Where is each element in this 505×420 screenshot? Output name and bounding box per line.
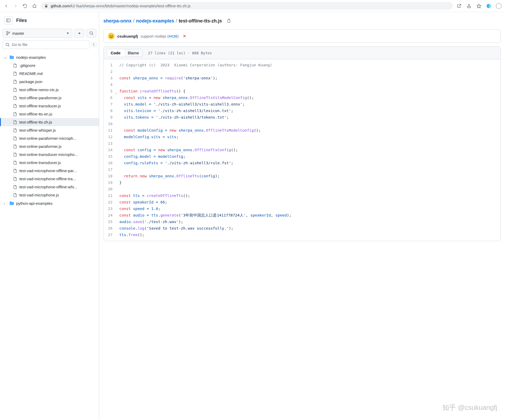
- file-icon: [13, 185, 17, 189]
- line-number[interactable]: 18: [108, 173, 116, 179]
- tree-file[interactable]: README.md: [0, 69, 99, 78]
- tree-file[interactable]: test-offline-transducer.js: [0, 102, 99, 110]
- copy-path-button[interactable]: [225, 17, 232, 25]
- back-button[interactable]: [3, 3, 9, 9]
- tree-file[interactable]: test-online-transducer.js: [0, 159, 99, 167]
- pr-link[interactable]: #438: [169, 34, 177, 38]
- profile-icon[interactable]: [496, 3, 502, 9]
- line-number[interactable]: 7: [108, 101, 116, 108]
- file-meta: 27 lines (21 loc) · 888 Bytes: [148, 51, 212, 55]
- file-icon: [13, 104, 17, 108]
- tree-file[interactable]: test-offline-paraformer.js: [0, 94, 99, 102]
- code-line: [119, 140, 496, 147]
- line-number[interactable]: 20: [108, 186, 116, 192]
- blame-tab[interactable]: Blame: [124, 49, 143, 57]
- line-number[interactable]: 24: [108, 212, 116, 219]
- line-number[interactable]: 8: [108, 108, 116, 114]
- line-number[interactable]: 11: [108, 127, 116, 134]
- line-number[interactable]: 26: [108, 225, 116, 232]
- code-toolbar: Code Blame 27 lines (21 loc) · 888 Bytes: [104, 47, 501, 59]
- code-line: config.model = modelConfig;: [119, 153, 496, 160]
- line-number[interactable]: 10: [108, 121, 116, 127]
- open-external-icon[interactable]: [456, 3, 462, 9]
- line-number[interactable]: 4: [108, 81, 116, 88]
- line-number[interactable]: 23: [108, 206, 116, 212]
- code-tab[interactable]: Code: [107, 49, 124, 57]
- svg-line-12: [8, 45, 9, 46]
- line-number[interactable]: 9: [108, 114, 116, 121]
- forward-button[interactable]: [13, 3, 19, 9]
- avatar[interactable]: 😆: [108, 33, 115, 39]
- tree-folder-open[interactable]: ⌄nodejs-examples: [0, 53, 99, 61]
- file-label: test-vad-microphone-offline-par...: [19, 168, 77, 173]
- line-number[interactable]: 21: [108, 192, 116, 199]
- line-number[interactable]: 5⌄: [108, 88, 116, 95]
- line-number[interactable]: 15: [108, 153, 116, 160]
- line-number[interactable]: 14: [108, 147, 116, 153]
- add-file-button[interactable]: ＋: [74, 29, 84, 38]
- file-label: test-online-transducer-micropho...: [19, 152, 78, 157]
- file-icon: [13, 88, 17, 92]
- commit-message[interactable]: support nodejs (#438): [140, 34, 179, 38]
- go-to-file-input[interactable]: Go to file: [3, 40, 89, 49]
- file-label: test-vad-microphone-offline-tra...: [19, 177, 76, 181]
- line-number[interactable]: 19: [108, 179, 116, 186]
- extension-icon[interactable]: [486, 3, 492, 9]
- tree-file[interactable]: test-online-transducer-micropho...: [0, 150, 99, 159]
- line-number[interactable]: 12: [108, 134, 116, 140]
- tree-file[interactable]: test-offline-whisper.js: [0, 126, 99, 134]
- breadcrumb-dir[interactable]: nodejs-examples: [136, 18, 174, 24]
- line-number[interactable]: 1: [108, 62, 116, 68]
- tree-file[interactable]: test-offline-tts-zh.js: [0, 118, 99, 126]
- code-content[interactable]: // Copyright (c) 2023 Xiaomi Corporation…: [118, 59, 501, 241]
- code-line: [119, 121, 496, 127]
- tree-folder-closed[interactable]: ›python-api-examples: [0, 199, 99, 207]
- file-icon: [13, 128, 17, 132]
- line-number[interactable]: 22: [108, 199, 116, 206]
- share-icon[interactable]: [466, 3, 472, 9]
- code-line: }: [119, 179, 496, 186]
- line-number[interactable]: 17: [108, 166, 116, 173]
- line-number[interactable]: 3: [108, 75, 116, 81]
- branch-selector[interactable]: master ▾: [3, 29, 72, 38]
- tree-file[interactable]: test-offline-tts-en.js: [0, 110, 99, 118]
- file-icon: [13, 193, 17, 197]
- tree-file[interactable]: test-vad-microphone-offline-tra...: [0, 175, 99, 183]
- line-number[interactable]: 16: [108, 160, 116, 166]
- code-line: vits.tokens = './vits-zh-aishell3/tokens…: [119, 114, 496, 121]
- caret-down-icon: ▾: [67, 31, 69, 36]
- reload-button[interactable]: [22, 3, 28, 9]
- tree-file[interactable]: test-online-paraformer-microph...: [0, 134, 99, 142]
- line-number[interactable]: 27: [108, 232, 116, 238]
- breadcrumb-repo[interactable]: sherpa-onnx: [103, 18, 132, 24]
- star-icon[interactable]: [476, 3, 482, 9]
- address-bar[interactable]: github.com/k2-fsa/sherpa-onnx/blob/maste…: [41, 2, 453, 10]
- go-to-file-placeholder: Go to file: [12, 42, 27, 47]
- tree-file[interactable]: test-vad-microphone-offline-par...: [0, 167, 99, 175]
- code-line: const tts = createOfflineTts();: [119, 192, 496, 199]
- line-number[interactable]: 6: [108, 95, 116, 101]
- search-button[interactable]: [86, 29, 96, 38]
- home-button[interactable]: [31, 3, 38, 9]
- line-number[interactable]: 13: [108, 140, 116, 147]
- file-label: test-offline-whisper.js: [19, 128, 56, 132]
- collapse-panel-button[interactable]: [4, 16, 13, 25]
- tree-file[interactable]: .gitignore: [0, 61, 99, 69]
- tree-file[interactable]: test-online-paraformer.js: [0, 142, 99, 150]
- code-line: const speed = 1.0;: [119, 206, 496, 212]
- file-icon: [13, 144, 17, 149]
- ci-status-fail-icon[interactable]: ✕: [183, 34, 186, 39]
- tree-file[interactable]: test-offline-nemo-ctc.js: [0, 86, 99, 94]
- file-label: test-offline-transducer.js: [19, 104, 61, 108]
- file-icon: [13, 136, 17, 141]
- code-line: // Copyright (c) 2023 Xiaomi Corporation…: [119, 62, 496, 68]
- code-line: const sherpa_onnx = require('sherpa-onnx…: [119, 75, 496, 81]
- tree-file[interactable]: test-vad-microphone.js: [0, 191, 99, 199]
- line-number[interactable]: 2: [108, 68, 116, 75]
- tree-file[interactable]: test-vad-microphone-offline-whi...: [0, 183, 99, 191]
- tree-file[interactable]: package.json: [0, 78, 99, 86]
- svg-rect-4: [7, 19, 10, 22]
- line-number[interactable]: 25: [108, 219, 116, 225]
- commit-author[interactable]: csukuangfj: [117, 34, 138, 38]
- file-label: test-offline-tts-zh.js: [19, 120, 52, 124]
